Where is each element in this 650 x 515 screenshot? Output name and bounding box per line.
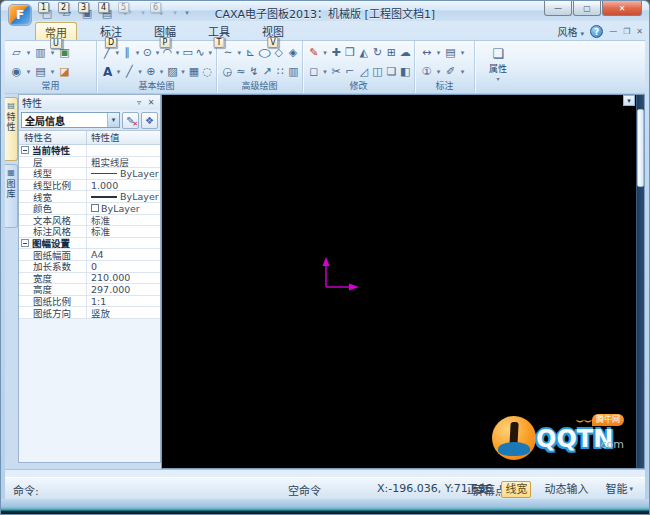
rotate-icon[interactable]: ↻ <box>372 46 384 60</box>
doc-restore-button[interactable]: ❐ <box>623 27 630 36</box>
property-value-cell[interactable] <box>87 145 160 156</box>
help-icon[interactable]: ? <box>590 25 603 38</box>
explode-icon[interactable]: ◧ <box>399 65 411 79</box>
layer-dropdown[interactable]: ▾ <box>49 65 56 79</box>
ribbon-tab[interactable]: 标注 D <box>91 22 131 40</box>
status-toggle[interactable]: 正交 <box>462 481 492 498</box>
side-tab-library[interactable]: ▦ 图库 <box>5 164 18 228</box>
sequence-dim-dropdown[interactable]: ▾ <box>435 65 442 79</box>
erase-dropdown[interactable]: ▾ <box>322 46 328 60</box>
edit-dim-dropdown[interactable]: ▾ <box>459 65 466 79</box>
property-value-cell[interactable]: ByLayer <box>87 191 160 202</box>
coordinate-dim-icon[interactable]: ▤ <box>444 46 457 60</box>
close-button[interactable]: ✕ <box>602 1 642 16</box>
style-dropdown[interactable]: 风格 ▾ <box>557 24 584 39</box>
new-sheet-icon[interactable]: ▱ <box>10 46 23 60</box>
spline-dropdown[interactable]: ▾ <box>236 46 243 60</box>
layer-color-icon[interactable]: ◪ <box>58 65 71 79</box>
chamfer-icon[interactable]: ◿ <box>358 65 370 79</box>
equidistant-dropdown[interactable]: ▾ <box>159 65 165 79</box>
ribbon-tab[interactable]: 图幅 P <box>145 22 185 40</box>
ribbon-tab[interactable]: 常用 U <box>35 22 77 40</box>
copy-icon[interactable]: ▥ <box>34 46 47 60</box>
zoom-icon[interactable]: ◉ <box>10 65 23 79</box>
ribbon-tab[interactable]: 视图 V <box>253 22 293 40</box>
property-value-cell[interactable]: 标准 <box>87 215 160 226</box>
canvas-menu-dropdown[interactable]: ▾ <box>623 95 635 106</box>
property-value-cell[interactable] <box>87 238 160 249</box>
print-button[interactable]: ▤ 4 <box>99 5 115 20</box>
quadrant-icon[interactable]: ◶ <box>222 65 233 79</box>
array-icon[interactable]: ⊞ <box>385 46 397 60</box>
edit-info-button[interactable]: ✎ ✕ <box>122 112 139 129</box>
polyline-dropdown[interactable]: ▾ <box>207 46 213 60</box>
offset-icon[interactable]: ☁ <box>399 46 411 60</box>
status-toggle[interactable]: 线宽 <box>501 481 531 498</box>
point-icon[interactable]: ∷ <box>275 65 286 79</box>
update-info-button[interactable]: ❖ <box>141 112 158 129</box>
ribbon-tab[interactable]: 工具 T <box>199 22 239 40</box>
open-file-button[interactable]: ▱ 2 <box>59 5 75 20</box>
trim-icon[interactable]: ✂ <box>330 65 342 79</box>
property-value-cell[interactable]: ByLayer <box>87 203 160 214</box>
new-sheet-dropdown[interactable]: ▾ <box>25 46 32 60</box>
hole-axis-icon[interactable]: ▥ <box>288 65 299 79</box>
qat-customize-dropdown[interactable]: ▾ <box>183 5 191 20</box>
save-file-button[interactable]: ▣ 3 <box>79 5 95 20</box>
property-value-cell[interactable]: 0 <box>87 261 160 272</box>
stretch-icon[interactable]: ◫ <box>372 65 384 79</box>
undo-button[interactable]: ↶ 5 <box>119 5 135 20</box>
property-value-cell[interactable]: 1.000 <box>87 180 160 191</box>
redo-button[interactable]: ↷ 6 <box>151 5 167 20</box>
doc-minimize-button[interactable]: — <box>609 27 617 36</box>
grid-icon[interactable]: ▦ <box>188 65 199 79</box>
side-tab-properties[interactable]: ▤ 特性 <box>5 97 18 161</box>
formula-curve-icon[interactable]: ↯ <box>248 65 259 79</box>
property-value-cell[interactable]: 标准 <box>87 226 160 237</box>
doc-close-button[interactable]: ✕ <box>636 27 643 36</box>
text-dropdown[interactable]: ▾ <box>115 65 121 79</box>
new-file-button[interactable]: □ 1 <box>39 5 55 20</box>
vertical-scrollbar[interactable] <box>636 95 644 468</box>
property-value-cell[interactable]: 粗实线层 <box>87 157 160 168</box>
zoom-dropdown[interactable]: ▾ <box>25 65 32 79</box>
copy-entity-icon[interactable]: ❒ <box>344 46 356 60</box>
arrow-icon[interactable]: ↗ <box>262 65 273 79</box>
dimension-icon[interactable]: ↔ <box>420 46 433 60</box>
sequence-dim-icon[interactable]: ① <box>420 65 433 79</box>
property-value-cell[interactable]: 210.000 <box>87 273 160 284</box>
info-scope-select[interactable]: 全局信息 ▾ <box>21 112 120 128</box>
rectangle-icon[interactable]: ▭ <box>182 46 192 60</box>
maximize-button[interactable]: ▢ <box>573 1 601 16</box>
coordinate-dim-dropdown[interactable]: ▾ <box>459 46 466 60</box>
properties-button[interactable]: ❏ 属性 ▾ <box>480 43 516 82</box>
scale-icon[interactable]: ◻ <box>308 65 320 79</box>
drawing-canvas[interactable]: ▾ ⌣⌣ QQTN .com 腾牛网 <box>161 94 645 469</box>
dimension-dropdown[interactable]: ▾ <box>435 46 442 60</box>
property-value-cell[interactable]: ByLayer <box>87 168 160 179</box>
close-icon[interactable]: ✕ <box>145 98 157 107</box>
polyline-icon[interactable]: ∿ <box>195 46 205 60</box>
sketch-line-icon[interactable]: ╱ <box>124 65 135 79</box>
erase-icon[interactable]: ✎ <box>308 46 320 60</box>
gear-icon[interactable]: ◈ <box>287 46 299 60</box>
scale-dropdown[interactable]: ▾ <box>322 65 328 79</box>
parallel-line-icon[interactable]: ∥ <box>122 46 132 60</box>
parallel-line-dropdown[interactable]: ▾ <box>135 46 141 60</box>
hatch-dropdown[interactable]: ▾ <box>180 65 186 79</box>
scrollbar-thumb[interactable] <box>637 109 644 187</box>
property-value-cell[interactable]: 竖放 <box>87 307 160 318</box>
property-value-cell[interactable]: 297.000 <box>87 284 160 295</box>
revision-cloud-icon[interactable]: ◌ <box>202 65 213 79</box>
redo-dropdown[interactable]: ▾ <box>171 5 179 20</box>
property-value-cell[interactable]: 1:1 <box>87 296 160 307</box>
angle-line-icon[interactable]: ⊾ <box>245 46 257 60</box>
layer-icon[interactable]: ▤ <box>34 65 47 79</box>
collapse-expander-icon[interactable] <box>21 146 29 154</box>
equidistant-line-icon[interactable]: ⊕ <box>145 65 156 79</box>
auto-hide-icon[interactable]: ▿ <box>133 98 145 107</box>
minimize-button[interactable]: — <box>544 1 572 16</box>
property-value-cell[interactable]: A4 <box>87 249 160 260</box>
extend-icon[interactable]: ⌐ <box>344 65 356 79</box>
wave-line-icon[interactable]: ≈ <box>235 65 246 79</box>
